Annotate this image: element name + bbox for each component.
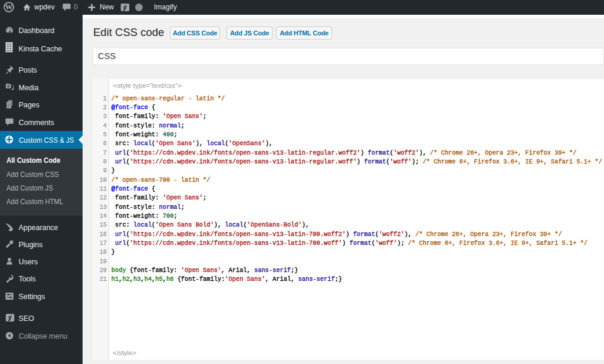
svg-text:W: W [5,3,12,11]
